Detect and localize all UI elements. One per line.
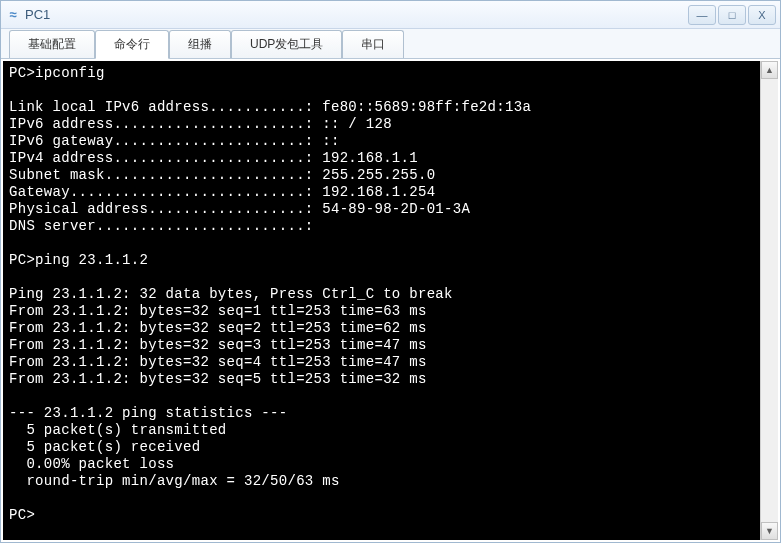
tab-bar: 基础配置 命令行 组播 UDP发包工具 串口 — [1, 29, 780, 59]
tab-serial[interactable]: 串口 — [342, 30, 404, 58]
scroll-down-icon[interactable]: ▼ — [761, 522, 778, 540]
minimize-button[interactable]: — — [688, 5, 716, 25]
terminal-container: PC>ipconfig Link local IPv6 address.....… — [1, 59, 780, 542]
close-button[interactable]: X — [748, 5, 776, 25]
vertical-scrollbar[interactable]: ▲ ▼ — [760, 61, 778, 540]
tab-multicast[interactable]: 组播 — [169, 30, 231, 58]
window-title: PC1 — [25, 7, 688, 22]
tab-basic-config[interactable]: 基础配置 — [9, 30, 95, 58]
tab-udp-tool[interactable]: UDP发包工具 — [231, 30, 342, 58]
terminal-output[interactable]: PC>ipconfig Link local IPv6 address.....… — [3, 61, 760, 540]
maximize-button[interactable]: □ — [718, 5, 746, 25]
scroll-track[interactable] — [761, 79, 778, 522]
scroll-up-icon[interactable]: ▲ — [761, 61, 778, 79]
window-frame: ≈ PC1 — □ X 基础配置 命令行 组播 UDP发包工具 串口 PC>ip… — [0, 0, 781, 543]
window-controls: — □ X — [688, 5, 776, 25]
app-icon: ≈ — [5, 7, 21, 23]
tab-command-line[interactable]: 命令行 — [95, 30, 169, 59]
titlebar[interactable]: ≈ PC1 — □ X — [1, 1, 780, 29]
